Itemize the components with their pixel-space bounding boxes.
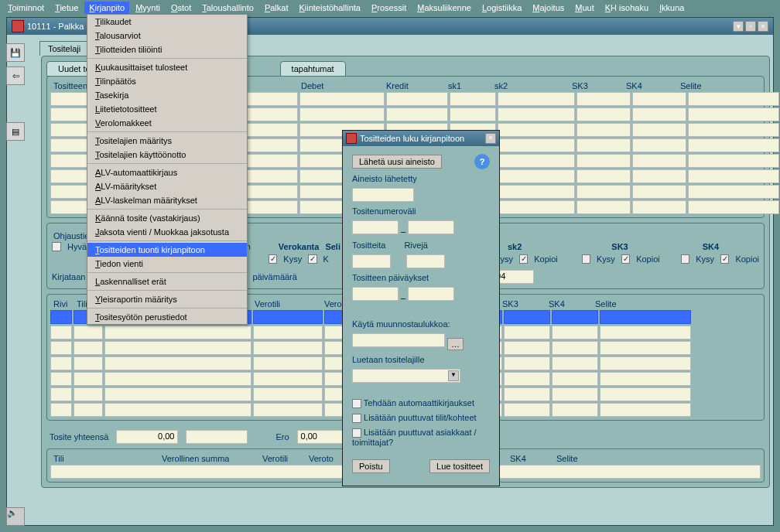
menu-kiinteistöhallinta[interactable]: Kiinteistöhallinta (294, 2, 365, 14)
save-icon[interactable]: 💾 (6, 43, 25, 62)
paiv-from-input[interactable] (352, 287, 399, 301)
menuitem-alv-laskelman-m-ritykset[interactable]: ALV-laskelman määritykset (87, 193, 247, 207)
menu-toiminnot[interactable]: Toiminnot (3, 2, 49, 14)
menuitem-tositesy-t-n-perustiedot[interactable]: Tositesyötön perustiedot (87, 310, 247, 324)
grid-cell[interactable] (50, 372, 72, 386)
grid-cell[interactable] (576, 169, 631, 183)
grid-cell[interactable] (688, 169, 779, 183)
laheta-uusi-aineisto-button[interactable]: Lähetä uusi aineisto (352, 155, 442, 169)
grid-cell[interactable] (253, 403, 323, 417)
grid-cell[interactable] (576, 200, 631, 214)
grid-cell[interactable] (498, 107, 575, 121)
menu-myynti[interactable]: Myynti (131, 2, 165, 14)
grid-cell[interactable] (504, 326, 550, 339)
grid-cell[interactable] (600, 310, 691, 324)
grid-cell[interactable] (552, 372, 598, 386)
grid-cell[interactable] (498, 200, 575, 214)
menuitem-tilinp-t-s[interactable]: Tilinpäätös (87, 74, 247, 88)
document-icon[interactable]: ▤ (6, 122, 25, 141)
menuitem-yleisraportin-m-ritys[interactable]: Yleisraportin määritys (87, 292, 247, 306)
grid-cell[interactable] (552, 341, 598, 355)
grid-cell[interactable] (386, 92, 448, 106)
grid-cell[interactable] (552, 326, 598, 339)
menuitem-tiedon-vienti[interactable]: Tiedon vienti (87, 257, 247, 271)
grid-cell[interactable] (253, 341, 323, 355)
grid-cell[interactable] (50, 403, 72, 417)
grid-cell[interactable] (498, 169, 575, 183)
grid-cell[interactable] (104, 372, 251, 386)
grid-cell[interactable] (600, 403, 691, 417)
grid-cell[interactable] (74, 387, 103, 401)
grid-cell[interactable] (104, 356, 251, 370)
menuitem-k-nn-tosite-vastakirjaus-[interactable]: Käännä tosite (vastakirjaus) (87, 211, 247, 225)
luetaan-select[interactable]: ▼ (352, 369, 460, 383)
grid-cell[interactable] (74, 372, 103, 386)
grid-cell[interactable] (576, 123, 631, 137)
grid-cell[interactable] (104, 341, 251, 355)
grid-cell[interactable] (552, 387, 598, 401)
asiakkaat-checkbox[interactable] (352, 428, 361, 438)
grid-cell[interactable] (552, 356, 598, 370)
seli-k-check[interactable] (308, 254, 316, 264)
grid-cell[interactable] (688, 138, 779, 152)
close-icon[interactable]: × (758, 21, 768, 32)
grid-cell[interactable] (498, 123, 575, 137)
grid-cell[interactable] (632, 123, 686, 137)
menuitem-talousarviot[interactable]: Talousarviot (87, 29, 247, 43)
tilit-checkbox[interactable] (352, 414, 361, 423)
grid-cell[interactable] (74, 326, 103, 339)
grid-cell[interactable] (253, 356, 323, 370)
aineisto-input[interactable] (352, 188, 414, 202)
menuitem-tasekirja[interactable]: Tasekirja (87, 88, 247, 102)
sk3-kopioi-check[interactable] (621, 254, 630, 264)
muunnos-input[interactable] (352, 333, 445, 347)
grid-cell[interactable] (104, 326, 251, 339)
menu-ostot[interactable]: Ostot (166, 2, 196, 14)
help-icon[interactable]: ? (474, 154, 490, 169)
grid-cell[interactable] (552, 310, 598, 324)
menuitem-verolomakkeet[interactable]: Verolomakkeet (87, 116, 247, 130)
grid-cell[interactable] (552, 403, 598, 417)
menu-prosessit[interactable]: Prosessit (367, 2, 411, 14)
grid-cell[interactable] (504, 387, 550, 401)
grid-cell[interactable] (688, 154, 779, 168)
grid-cell[interactable] (632, 138, 686, 152)
menu-muut[interactable]: Muut (570, 2, 598, 14)
menu-majoitus[interactable]: Majoitus (528, 2, 569, 14)
menuitem-tositelajien-m-ritys[interactable]: Tositelajien määritys (87, 134, 247, 148)
dialog-close-icon[interactable]: × (485, 133, 496, 144)
menuitem-tiliotteiden-tili-inti[interactable]: Tiliotteiden tiliöinti (87, 43, 247, 56)
grid-cell[interactable] (504, 356, 550, 370)
menu-kh isohaku[interactable]: KH isohaku (600, 2, 653, 14)
grid-cell[interactable] (688, 92, 779, 106)
sk2-kopioi-check[interactable] (519, 254, 528, 264)
menuitem-liitetietotositteet[interactable]: Liitetietotositteet (87, 102, 247, 116)
subtab-tapahtumat[interactable]: tapahtumat (280, 61, 346, 77)
menu-logistiikka[interactable]: Logistiikka (477, 2, 526, 14)
maximize-icon[interactable]: ▫ (745, 21, 756, 32)
grid-cell[interactable] (299, 92, 385, 106)
grid-cell[interactable] (498, 154, 575, 168)
grid-cell[interactable] (450, 92, 496, 106)
grid-cell[interactable] (600, 372, 691, 386)
grid-cell[interactable] (74, 341, 103, 355)
grid-cell[interactable] (632, 154, 686, 168)
grid-cell[interactable] (253, 372, 323, 386)
grid-cell[interactable] (632, 107, 686, 121)
menu-ikkuna[interactable]: Ikkuna (655, 2, 689, 14)
menuitem-tilikaudet[interactable]: Tilikaudet (87, 15, 247, 29)
menu-taloushallinto[interactable]: Taloushallinto (197, 2, 258, 14)
tositenum-to-input[interactable] (408, 220, 454, 234)
grid-cell[interactable] (498, 138, 575, 152)
tositteita-input[interactable] (352, 254, 391, 268)
grid-cell[interactable] (504, 372, 550, 386)
grid-cell[interactable] (632, 185, 686, 199)
grid-cell[interactable] (386, 107, 448, 121)
menuitem-alv-automaattikirjaus[interactable]: ALV-automaattikirjaus (87, 165, 247, 179)
sk3-kysy-check[interactable] (582, 254, 590, 264)
riveja-input[interactable] (406, 254, 445, 268)
grid-cell[interactable] (632, 169, 686, 183)
grid-cell[interactable] (504, 341, 550, 355)
lue-tositteet-button[interactable]: Lue tositteet (429, 459, 490, 473)
tab-tositelaji[interactable]: Tositelaji (39, 41, 89, 56)
